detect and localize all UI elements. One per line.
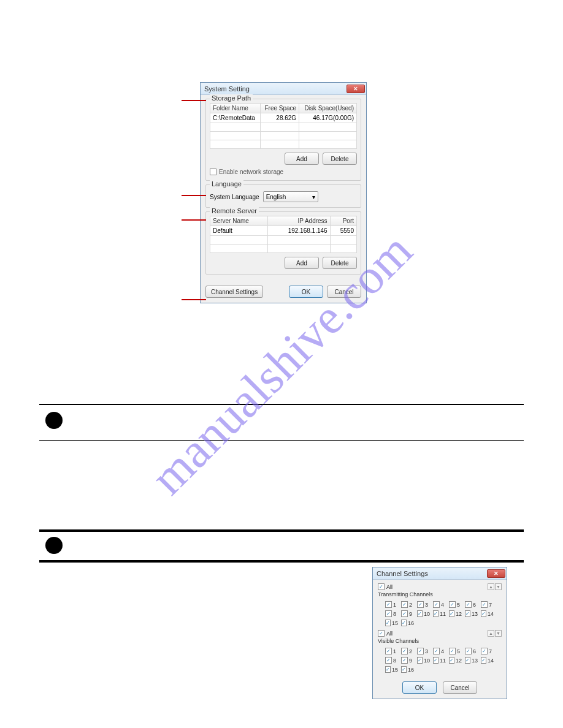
col-folder-name[interactable]: Folder Name	[210, 104, 261, 113]
channel-checkbox[interactable]: ✓	[417, 610, 423, 617]
channel-checkbox[interactable]: ✓	[401, 648, 408, 654]
channel-number: 2	[409, 648, 412, 654]
channel-checkbox[interactable]: ✓	[401, 601, 408, 608]
all-transmitting-checkbox[interactable]: ✓	[378, 583, 385, 590]
stepper-up-icon[interactable]: ▲	[488, 583, 494, 590]
channel-checkbox[interactable]: ✓	[385, 648, 392, 654]
channel-item: ✓8	[385, 610, 397, 617]
close-icon[interactable]: ✕	[347, 85, 365, 93]
channel-item: ✓14	[481, 657, 493, 664]
all-visible-checkbox[interactable]: ✓	[378, 630, 385, 637]
channel-checkbox[interactable]: ✓	[465, 657, 470, 664]
col-free-space[interactable]: Free Space	[260, 104, 299, 113]
cancel-button[interactable]: Cancel	[327, 286, 361, 298]
ok-button[interactable]: OK	[402, 681, 437, 694]
cell-port: 5550	[330, 226, 356, 236]
stepper-up-icon[interactable]: ▲	[488, 630, 494, 637]
remote-btn-row: Add Delete	[210, 257, 357, 269]
channel-checkbox[interactable]: ✓	[449, 657, 454, 664]
channel-checkbox[interactable]: ✓	[417, 601, 424, 608]
dialog-title: Channel Settings	[377, 570, 428, 577]
bullet-marker-2	[45, 537, 63, 554]
footer-right-buttons: OK Cancel	[289, 286, 361, 298]
channel-checkbox[interactable]: ✓	[465, 601, 472, 608]
channel-number: 2	[409, 602, 412, 608]
channel-checkbox[interactable]: ✓	[385, 610, 392, 617]
channel-checkbox[interactable]: ✓	[465, 610, 470, 617]
callout-language	[182, 195, 206, 196]
channel-number: 10	[424, 658, 430, 664]
channel-checkbox[interactable]: ✓	[481, 601, 488, 608]
divider-top-2	[39, 529, 524, 532]
visible-channel-grid: ✓1✓2✓3✓4✓5✓6✓7✓8✓9✓10✓11✓12✓13✓14✓15✓16	[378, 645, 502, 677]
col-server-name[interactable]: Server Name	[210, 216, 268, 226]
col-port[interactable]: Port	[330, 216, 356, 226]
channel-number: 3	[425, 648, 428, 654]
channel-number: 5	[457, 648, 460, 654]
channel-item: ✓5	[449, 648, 461, 654]
close-icon[interactable]: ✕	[487, 569, 505, 578]
channel-checkbox[interactable]: ✓	[385, 620, 391, 626]
channel-checkbox[interactable]: ✓	[433, 648, 440, 654]
system-language-label: System Language	[210, 194, 259, 200]
language-value: English	[266, 194, 286, 200]
visible-steppers: ▲ ▼	[488, 630, 502, 637]
enable-network-checkbox[interactable]	[210, 169, 216, 175]
delete-storage-button[interactable]: Delete	[323, 153, 357, 165]
channel-checkbox[interactable]: ✓	[481, 648, 488, 654]
channel-checkbox[interactable]: ✓	[417, 657, 423, 664]
table-row[interactable]: Default 192.168.1.146 5550	[210, 226, 357, 236]
channel-checkbox[interactable]: ✓	[401, 666, 407, 673]
channel-checkbox[interactable]: ✓	[433, 657, 439, 664]
visible-all-row: ✓ All ▲ ▼	[378, 630, 502, 637]
channel-item: ✓3	[417, 601, 429, 608]
channel-item: ✓6	[465, 648, 477, 654]
bullet-marker-1	[45, 412, 63, 429]
channel-number: 9	[409, 658, 412, 664]
dialog-titlebar[interactable]: System Setting ✕	[201, 83, 366, 95]
channel-checkbox[interactable]: ✓	[449, 601, 456, 608]
col-ip-address[interactable]: IP Address	[268, 216, 330, 226]
cancel-button[interactable]: Cancel	[443, 681, 477, 694]
channel-checkbox[interactable]: ✓	[401, 610, 408, 617]
table-row[interactable]: C:\RemoteData 28.62G 46.17G(0.00G)	[210, 113, 357, 123]
stepper-down-icon[interactable]: ▼	[495, 630, 502, 637]
channel-checkbox[interactable]: ✓	[433, 601, 440, 608]
dialog-body: ✓ All ▲ ▼ Transmitting Channels ✓1✓2✓3✓4…	[373, 580, 507, 679]
channel-number: 15	[392, 667, 398, 673]
add-storage-button[interactable]: Add	[285, 153, 319, 165]
ok-button[interactable]: OK	[289, 286, 323, 298]
cell-disk: 46.17G(0.00G)	[299, 113, 357, 123]
remote-server-legend: Remote Server	[210, 207, 259, 214]
add-server-button[interactable]: Add	[285, 257, 319, 269]
dialog-body: Storage Path Folder Name Free Space Disk…	[201, 95, 366, 283]
channel-settings-button[interactable]: Channel Settings	[205, 286, 263, 298]
channel-checkbox[interactable]: ✓	[465, 648, 472, 654]
channel-checkbox[interactable]: ✓	[417, 648, 424, 654]
col-disk-space[interactable]: Disk Space(Used)	[299, 104, 357, 113]
channel-item: ✓4	[433, 648, 445, 654]
channel-checkbox[interactable]: ✓	[385, 666, 391, 673]
divider-bottom-2	[39, 560, 524, 563]
channel-checkbox[interactable]: ✓	[433, 610, 439, 617]
channel-number: 7	[489, 602, 492, 608]
dialog-titlebar[interactable]: Channel Settings ✕	[373, 567, 507, 580]
channel-checkbox[interactable]: ✓	[449, 610, 454, 617]
channel-number: 1	[393, 602, 396, 608]
channel-checkbox[interactable]: ✓	[481, 657, 486, 664]
delete-server-button[interactable]: Delete	[323, 257, 357, 269]
language-legend: Language	[210, 180, 243, 188]
language-dropdown[interactable]: English ▾	[263, 191, 318, 202]
channel-number: 6	[473, 602, 476, 608]
channel-checkbox[interactable]: ✓	[401, 657, 408, 664]
channel-number: 4	[441, 648, 444, 654]
channel-checkbox[interactable]: ✓	[481, 610, 486, 617]
stepper-down-icon[interactable]: ▼	[495, 583, 502, 590]
channel-checkbox[interactable]: ✓	[401, 620, 407, 626]
channel-number: 5	[457, 602, 460, 608]
channel-checkbox[interactable]: ✓	[385, 601, 392, 608]
channel-checkbox[interactable]: ✓	[449, 648, 456, 654]
channel-item: ✓11	[433, 657, 445, 664]
channel-checkbox[interactable]: ✓	[385, 657, 392, 664]
channel-item: ✓8	[385, 657, 397, 664]
